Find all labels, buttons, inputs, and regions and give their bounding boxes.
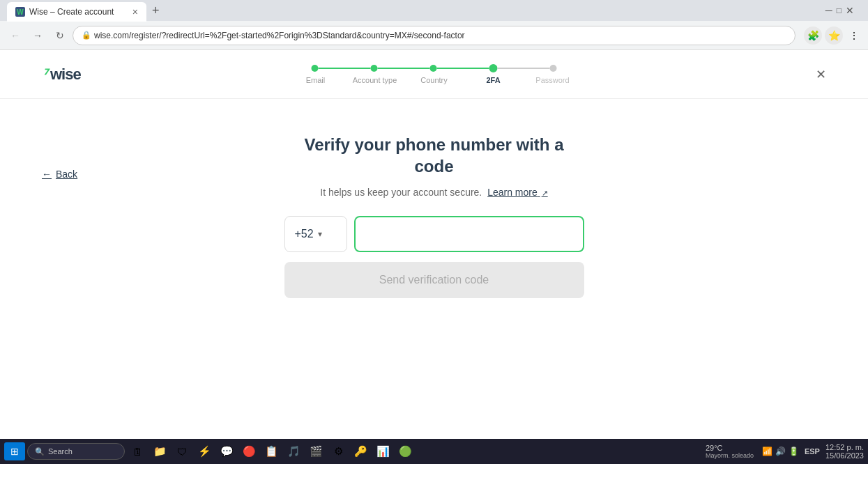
taskbar-app-lightning[interactable]: ⚡: [194, 442, 215, 461]
browser-tab[interactable]: W Wise – Create account ×: [7, 2, 146, 22]
phone-input-row: +52 ▾: [284, 216, 584, 252]
taskbar-search[interactable]: 🔍 Search: [27, 443, 125, 460]
page-title: Verify your phone number with a code: [284, 134, 584, 177]
systray: 📶 🔊 🔋: [762, 447, 799, 456]
taskbar-app-calendar[interactable]: 🗓: [127, 442, 148, 461]
chevron-down-icon: ▾: [318, 229, 322, 239]
step-dot-account-type: [371, 65, 378, 72]
battery-icon: 🔋: [789, 447, 799, 456]
weather-widget: 29°C Mayorm. soleado: [703, 444, 756, 459]
close-button[interactable]: ✕: [816, 67, 826, 82]
taskbar-app-settings[interactable]: ⚙: [328, 442, 349, 461]
taskbar-app-spotify[interactable]: 🟢: [395, 442, 416, 461]
language-indicator: ESP: [805, 447, 820, 456]
extension-1[interactable]: 🧩: [804, 26, 822, 45]
weather-desc: Mayorm. soleado: [706, 452, 754, 459]
phone-number-input[interactable]: [354, 216, 584, 252]
taskbar-app-explorer[interactable]: 📁: [149, 442, 170, 461]
time-display: 12:52 p. m.: [825, 443, 864, 451]
back-nav-button[interactable]: ←: [6, 26, 25, 45]
wifi-icon: 📶: [762, 447, 772, 456]
tab-close-icon[interactable]: ×: [132, 6, 138, 17]
taskbar-app-teams[interactable]: 💬: [216, 442, 237, 461]
step-dot-2fa: [489, 64, 498, 72]
taskbar-app-music[interactable]: 🎵: [283, 442, 304, 461]
forward-nav-button[interactable]: →: [28, 26, 47, 45]
step-dot-country: [430, 65, 437, 72]
new-tab-button[interactable]: +: [146, 3, 165, 18]
extension-2[interactable]: ⭐: [825, 26, 843, 45]
country-code-selector[interactable]: +52 ▾: [284, 216, 347, 252]
close-window-icon[interactable]: ✕: [846, 5, 854, 16]
volume-icon: 🔊: [775, 447, 786, 456]
progress-steps: Email Account type Country 2FA Password: [286, 64, 582, 84]
maximize-icon[interactable]: □: [837, 6, 842, 15]
taskbar-app-premiere[interactable]: 🎬: [305, 442, 326, 461]
step-dot-email: [312, 65, 319, 72]
external-link-icon: ↗: [542, 189, 548, 197]
send-verification-button[interactable]: Send verification code: [284, 262, 584, 298]
taskbar-app-red[interactable]: 🔴: [238, 442, 259, 461]
extension-area: 🧩 ⭐ ⋮: [804, 26, 862, 45]
taskbar-app-clipboard[interactable]: 📋: [261, 442, 282, 461]
windows-icon: ⊞: [10, 446, 19, 457]
taskbar-app-key[interactable]: 🔑: [350, 442, 371, 461]
step-label-country: Country: [404, 76, 464, 84]
step-label-2fa: 2FA: [464, 76, 523, 84]
date-display: 15/06/2023: [825, 451, 864, 460]
step-label-password: Password: [523, 76, 582, 84]
address-text: wise.com/register/?redirectUrl=%2Fget-st…: [94, 31, 465, 40]
weather-temp: 29°C: [706, 444, 754, 452]
logo-icon: ⁷: [42, 66, 47, 83]
step-label-email: Email: [286, 76, 345, 84]
step-label-account-type: Account type: [345, 76, 404, 84]
minimize-icon[interactable]: ─: [825, 5, 832, 16]
address-bar[interactable]: 🔒 wise.com/register/?redirectUrl=%2Fget-…: [73, 26, 795, 45]
back-label: Back: [56, 169, 77, 180]
tab-favicon: W: [15, 7, 25, 17]
logo-text: wise: [50, 65, 81, 84]
taskbar-app-icons: 🗓 📁 🛡 ⚡ 💬 🔴 📋 🎵 🎬 ⚙ 🔑 📊 🟢: [127, 442, 416, 461]
learn-more-link[interactable]: Learn more ↗: [487, 187, 547, 198]
taskbar-app-shield[interactable]: 🛡: [172, 442, 192, 461]
search-text: Search: [48, 447, 73, 456]
learn-more-text: Learn more: [487, 187, 538, 198]
tab-title: Wise – Create account: [29, 7, 124, 17]
back-button[interactable]: ← Back: [42, 169, 77, 180]
site-header: ⁷ wise Email Ac: [0, 50, 868, 99]
taskbar-app-analytics[interactable]: 📊: [372, 442, 393, 461]
search-icon: 🔍: [35, 447, 45, 456]
subtitle: It helps us keep your account secure. Le…: [284, 187, 584, 198]
step-dot-password: [550, 65, 557, 72]
clock: 12:52 p. m. 15/06/2023: [825, 443, 864, 460]
country-code-value: +52: [295, 228, 314, 240]
refresh-nav-button[interactable]: ↻: [50, 26, 70, 45]
logo: ⁷ wise: [42, 65, 81, 84]
subtitle-text: It helps us keep your account secure.: [320, 187, 482, 198]
extension-3[interactable]: ⋮: [846, 27, 862, 44]
form-container: Verify your phone number with a code It …: [284, 134, 584, 298]
taskbar-right: 29°C Mayorm. soleado 📶 🔊 🔋 ESP 12:52 p. …: [703, 443, 864, 460]
back-arrow-icon: ←: [42, 169, 52, 180]
taskbar: ⊞ 🔍 Search 🗓 📁 🛡 ⚡ 💬 🔴 📋 🎵 🎬 ⚙ 🔑 📊 🟢 29°…: [0, 439, 868, 464]
lock-icon: 🔒: [82, 31, 91, 40]
start-button[interactable]: ⊞: [4, 442, 25, 460]
main-content: Verify your phone number with a code It …: [0, 99, 868, 298]
